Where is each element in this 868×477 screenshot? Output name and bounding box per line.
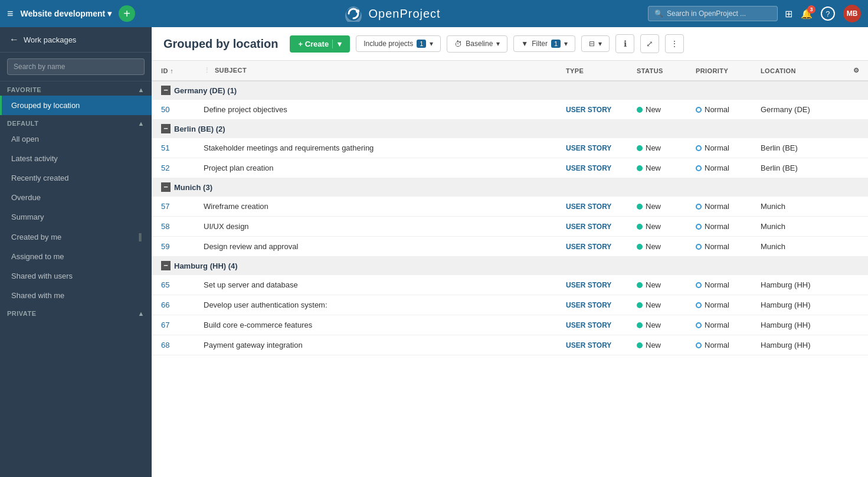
project-name[interactable]: Website development ▾ bbox=[21, 9, 112, 18]
row-priority: Normal bbox=[691, 315, 756, 335]
work-package-id-link[interactable]: 52 bbox=[161, 164, 169, 172]
col-subject[interactable]: ⋮ SUBJECT bbox=[199, 61, 561, 81]
work-package-id-link[interactable]: 50 bbox=[161, 105, 169, 114]
user-avatar[interactable]: MB bbox=[843, 5, 861, 22]
default-toggle[interactable]: ▲ bbox=[138, 120, 145, 127]
row-location: Hamburg (HH) bbox=[756, 315, 844, 335]
group-collapse-icon[interactable]: − bbox=[161, 261, 171, 270]
col-priority[interactable]: PRIORITY bbox=[691, 61, 756, 81]
group-row[interactable]: − Hamburg (HH) (4) bbox=[152, 257, 868, 275]
group-collapse-icon[interactable]: − bbox=[161, 182, 171, 192]
work-package-type-link[interactable]: USER STORY bbox=[566, 321, 611, 329]
priority-label: Normal bbox=[705, 202, 729, 211]
include-projects-button[interactable]: Include projects 1 ▾ bbox=[356, 35, 441, 52]
filter-button[interactable]: ▼ Filter 1 ▾ bbox=[513, 35, 575, 52]
group-collapse-icon[interactable]: − bbox=[161, 124, 171, 133]
work-package-id-link[interactable]: 68 bbox=[161, 341, 169, 349]
priority-label: Normal bbox=[705, 164, 729, 172]
sidebar-item-grouped-by-location[interactable]: Grouped by location bbox=[0, 96, 152, 115]
add-project-button[interactable]: + bbox=[119, 5, 135, 22]
group-row[interactable]: − Berlin (BE) (2) bbox=[152, 120, 868, 138]
group-row[interactable]: − Germany (DE) (1) bbox=[152, 81, 868, 100]
row-priority: Normal bbox=[691, 197, 756, 217]
row-subject: Build core e-commerce features bbox=[199, 315, 561, 335]
status-dot bbox=[637, 282, 643, 288]
col-settings[interactable]: ⚙ bbox=[844, 61, 868, 81]
priority-dot bbox=[696, 302, 702, 308]
priority-dot bbox=[696, 342, 702, 348]
status-dot bbox=[637, 165, 643, 171]
baseline-button[interactable]: ⏱ Baseline ▾ bbox=[447, 35, 507, 53]
create-button[interactable]: + Create ▾ bbox=[290, 35, 350, 53]
row-subject: Wireframe creation bbox=[199, 197, 561, 217]
sidebar-item-overdue[interactable]: Overdue bbox=[0, 188, 152, 207]
row-subject: Set up server and database bbox=[199, 275, 561, 295]
columns-button[interactable]: ⊟ ▾ bbox=[581, 35, 610, 52]
work-package-id-link[interactable]: 59 bbox=[161, 242, 169, 251]
sidebar-search-input[interactable] bbox=[7, 58, 145, 75]
sidebar-item-latest-activity[interactable]: Latest activity bbox=[0, 149, 152, 168]
work-package-id-link[interactable]: 57 bbox=[161, 202, 169, 211]
work-package-type-link[interactable]: USER STORY bbox=[566, 223, 611, 231]
col-type[interactable]: TYPE bbox=[561, 61, 632, 81]
priority-dot bbox=[696, 204, 702, 210]
group-label: Germany (DE) (1) bbox=[174, 86, 237, 95]
help-icon[interactable]: ? bbox=[821, 6, 835, 21]
row-id: 51 bbox=[152, 138, 199, 158]
sidebar-item-shared-with-users[interactable]: Shared with users bbox=[0, 266, 152, 286]
private-toggle[interactable]: ▲ bbox=[138, 310, 145, 317]
work-package-type-link[interactable]: USER STORY bbox=[566, 144, 611, 152]
col-status[interactable]: STATUS bbox=[632, 61, 691, 81]
work-package-type-link[interactable]: USER STORY bbox=[566, 301, 611, 309]
work-package-id-link[interactable]: 65 bbox=[161, 280, 169, 289]
row-actions bbox=[844, 335, 868, 355]
create-dropdown-arrow[interactable]: ▾ bbox=[332, 40, 342, 48]
subject-resize-icon: ⋮ bbox=[204, 67, 210, 74]
sidebar-item-all-open[interactable]: All open bbox=[0, 129, 152, 149]
group-collapse-icon[interactable]: − bbox=[161, 86, 171, 95]
project-dropdown-icon: ▾ bbox=[107, 9, 112, 18]
sidebar-item-created-by-me[interactable]: Created by me ‖ bbox=[0, 227, 152, 247]
app-logo: OpenProject bbox=[343, 5, 441, 22]
grid-menu-icon[interactable]: ⊞ bbox=[785, 8, 792, 19]
sidebar-item-assigned-to-me[interactable]: Assigned to me bbox=[0, 247, 152, 266]
sidebar-back-arrow[interactable]: ← bbox=[9, 34, 19, 45]
sidebar-item-recently-created[interactable]: Recently created bbox=[0, 168, 152, 188]
work-package-type-link[interactable]: USER STORY bbox=[566, 243, 611, 251]
sidebar-header: ← Work packages bbox=[0, 27, 152, 53]
work-package-id-link[interactable]: 67 bbox=[161, 321, 169, 329]
col-location[interactable]: LOCATION bbox=[756, 61, 844, 81]
expand-icon: ⤢ bbox=[646, 39, 653, 48]
sidebar-item-summary[interactable]: Summary bbox=[0, 207, 152, 227]
filter-arrow-icon: ▾ bbox=[564, 40, 568, 48]
row-status: New bbox=[632, 197, 691, 217]
work-package-type-link[interactable]: USER STORY bbox=[566, 202, 611, 211]
hamburger-menu-icon[interactable]: ≡ bbox=[7, 8, 14, 20]
priority-label: Normal bbox=[705, 105, 729, 114]
work-package-type-link[interactable]: USER STORY bbox=[566, 341, 611, 349]
row-actions bbox=[844, 217, 868, 237]
global-search-box[interactable]: 🔍 Search in OpenProject ... bbox=[648, 6, 778, 21]
row-actions bbox=[844, 100, 868, 120]
expand-button[interactable]: ⤢ bbox=[640, 34, 659, 53]
work-package-type-link[interactable]: USER STORY bbox=[566, 164, 611, 172]
row-status: New bbox=[632, 217, 691, 237]
row-type: USER STORY bbox=[561, 197, 632, 217]
work-package-type-link[interactable]: USER STORY bbox=[566, 106, 611, 114]
filter-label: Filter bbox=[532, 40, 548, 48]
work-packages-table: ID ↑ ⋮ SUBJECT TYPE STATUS PRIORITY LOCA… bbox=[152, 61, 868, 477]
sidebar-item-shared-with-me[interactable]: Shared with me bbox=[0, 286, 152, 305]
row-status: New bbox=[632, 315, 691, 335]
work-package-id-link[interactable]: 58 bbox=[161, 222, 169, 231]
favorite-toggle[interactable]: ▲ bbox=[138, 86, 145, 93]
info-button[interactable]: ℹ bbox=[615, 34, 634, 53]
more-options-button[interactable]: ⋮ bbox=[665, 34, 684, 53]
work-package-id-link[interactable]: 51 bbox=[161, 143, 169, 152]
row-type: USER STORY bbox=[561, 100, 632, 120]
work-package-id-link[interactable]: 66 bbox=[161, 300, 169, 309]
work-package-type-link[interactable]: USER STORY bbox=[566, 281, 611, 289]
group-row[interactable]: − Munich (3) bbox=[152, 178, 868, 197]
row-priority: Normal bbox=[691, 295, 756, 315]
col-id[interactable]: ID ↑ bbox=[152, 61, 199, 81]
notifications-icon[interactable]: 🔔 3 bbox=[801, 8, 813, 19]
